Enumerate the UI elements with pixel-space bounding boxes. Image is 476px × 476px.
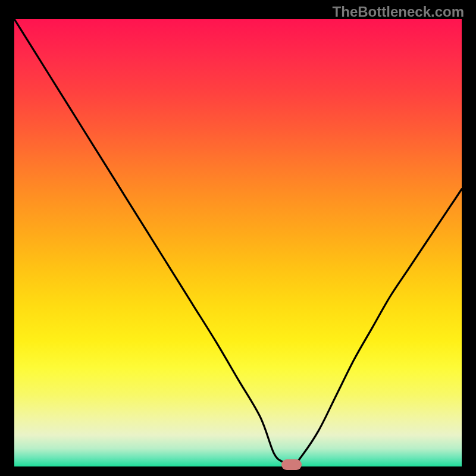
optimal-marker (281, 459, 302, 470)
plot-area (14, 19, 462, 466)
bottleneck-curve (14, 19, 462, 466)
watermark-text: TheBottleneck.com (333, 4, 464, 20)
chart-container: TheBottleneck.com (0, 0, 476, 476)
